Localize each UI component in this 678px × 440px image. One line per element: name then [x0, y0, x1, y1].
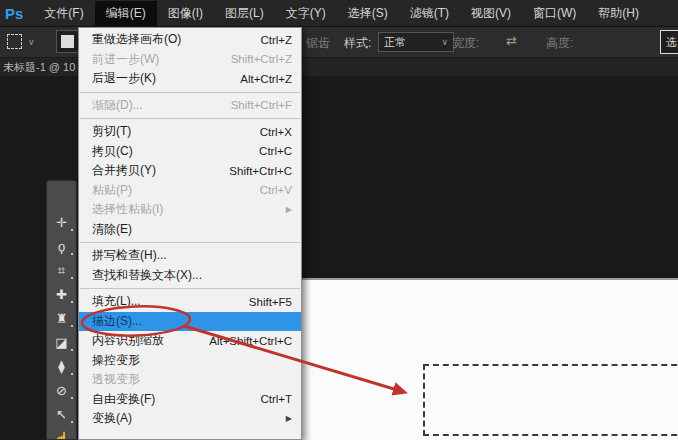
blur-tool[interactable]: ⧫ — [47, 355, 76, 379]
antialias-label: 锯齿 — [306, 35, 330, 52]
menu-separator — [80, 92, 300, 93]
move-tool-icon: ✛ — [56, 215, 67, 230]
selection-marquee-rect[interactable] — [423, 364, 678, 436]
menubar-item-edit[interactable]: 编辑(E) — [95, 1, 157, 26]
menu-item-step-forward[interactable]: 前进一步(W)Shift+Ctrl+Z — [79, 50, 301, 70]
path-select-tool-icon: ↖ — [56, 407, 67, 422]
menubar-item-layer[interactable]: 图层(L) — [214, 1, 275, 26]
menu-separator — [80, 118, 300, 119]
menu-item-find-replace[interactable]: 查找和替换文本(X)... — [79, 266, 301, 286]
spot-healing-tool-icon: ✚ — [56, 287, 67, 302]
photoshop-logo: Ps — [5, 5, 23, 22]
dodge-tool-icon: ⊘ — [56, 383, 67, 398]
menu-item-check-spelling[interactable]: 拼写检查(H)... — [79, 246, 301, 266]
edit-menu-dropdown: 重做选择画布(O)Ctrl+Z 前进一步(W)Shift+Ctrl+Z 后退一步… — [78, 27, 302, 440]
menu-item-fill[interactable]: 填充(L)...Shift+F5 — [79, 292, 301, 312]
menu-separator — [80, 242, 300, 243]
eraser-tool[interactable]: ◪ — [47, 331, 76, 355]
menubar-item-select[interactable]: 选择(S) — [337, 1, 399, 26]
menu-item-cut[interactable]: 剪切(T)Ctrl+X — [79, 122, 301, 142]
menu-item-free-transform[interactable]: 自由变换(F)Ctrl+T — [79, 390, 301, 410]
menu-item-content-aware-scale[interactable]: 内容识别缩放Alt+Shift+Ctrl+C — [79, 331, 301, 351]
document-tab[interactable]: 未标题-1 @ 10 — [3, 58, 75, 77]
lasso-tool-icon: ϙ — [58, 239, 65, 254]
menu-item-paste[interactable]: 粘贴(P)Ctrl+V — [79, 181, 301, 201]
menu-separator — [80, 288, 300, 289]
swap-dimensions-icon[interactable]: ⇄ — [506, 33, 517, 48]
canvas-white-area[interactable] — [302, 278, 678, 440]
menu-item-transform[interactable]: 变换(A)▶ — [79, 409, 301, 429]
blur-tool-icon: ⧫ — [58, 359, 64, 374]
select-and-mask-button[interactable]: 选 — [660, 30, 678, 54]
style-dropdown[interactable]: 正常 ∨ — [378, 32, 454, 52]
menubar-item-window[interactable]: 窗口(W) — [522, 1, 587, 26]
path-select-tool[interactable]: ↖ — [47, 403, 76, 427]
tool-options-swatch[interactable] — [56, 30, 79, 53]
height-label: 高度: — [546, 35, 573, 52]
menu-item-perspective-warp[interactable]: 透视变形 — [79, 370, 301, 390]
menu-item-copy-merged[interactable]: 合并拷贝(Y)Shift+Ctrl+C — [79, 161, 301, 181]
menu-item-puppet-warp[interactable]: 操控变形 — [79, 351, 301, 371]
chevron-down-icon: ∨ — [28, 37, 35, 47]
style-dropdown-value: 正常 — [384, 35, 406, 50]
menubar-item-help[interactable]: 帮助(H) — [587, 1, 650, 26]
crop-tool-icon: ⌗ — [58, 263, 65, 278]
menu-item-paste-special[interactable]: 选择性粘贴(I)▶ — [79, 200, 301, 220]
eraser-tool-icon: ◪ — [55, 335, 67, 350]
clone-stamp-tool[interactable]: ♜ — [47, 307, 76, 331]
menu-item-clear[interactable]: 清除(E) — [79, 220, 301, 240]
smudge-tool-icon: ☝ — [53, 431, 69, 440]
menu-item-step-backward[interactable]: 后退一步(K)Alt+Ctrl+Z — [79, 69, 301, 89]
lasso-tool[interactable]: ϙ — [47, 235, 76, 259]
menu-item-fade[interactable]: 渐隐(D)...Shift+Ctrl+F — [79, 96, 301, 116]
clone-stamp-tool-icon: ♜ — [56, 311, 68, 326]
menubar-item-type[interactable]: 文字(Y) — [275, 1, 337, 26]
menu-item-copy[interactable]: 拷贝(C)Ctrl+C — [79, 142, 301, 162]
swatch-fill — [61, 35, 74, 48]
photoshop-window: Ps 文件(F) 编辑(E) 图像(I) 图层(L) 文字(Y) 选择(S) 滤… — [0, 0, 678, 440]
crop-tool[interactable]: ⌗ — [47, 259, 76, 283]
menu-bar: Ps 文件(F) 编辑(E) 图像(I) 图层(L) 文字(Y) 选择(S) 滤… — [0, 0, 678, 27]
submenu-arrow-icon: ▶ — [286, 414, 292, 423]
submenu-arrow-icon: ▶ — [286, 205, 292, 214]
marquee-tool-preset[interactable]: ∨ — [7, 31, 49, 52]
rect-marquee-icon — [7, 34, 22, 49]
menu-item-stroke[interactable]: 描边(S)... — [79, 312, 301, 332]
move-tool[interactable]: ✛ — [47, 211, 76, 235]
style-label: 样式: — [344, 35, 371, 52]
menubar-item-image[interactable]: 图像(I) — [157, 1, 214, 26]
menu-item-redo[interactable]: 重做选择画布(O)Ctrl+Z — [79, 30, 301, 50]
dodge-tool[interactable]: ⊘ — [47, 379, 76, 403]
width-label: 宽度: — [452, 35, 479, 52]
menubar-item-view[interactable]: 视图(V) — [460, 1, 522, 26]
spot-healing-tool[interactable]: ✚ — [47, 283, 76, 307]
tools-panel: ✛ ϙ ⌗ ✚ ♜ ◪ ⧫ ⊘ ↖ ☝ — [46, 180, 77, 440]
chevron-down-icon: ∨ — [441, 37, 448, 47]
menubar-item-file[interactable]: 文件(F) — [33, 1, 94, 26]
menubar-item-filter[interactable]: 滤镜(T) — [399, 1, 460, 26]
smudge-tool[interactable]: ☝ — [47, 427, 76, 440]
